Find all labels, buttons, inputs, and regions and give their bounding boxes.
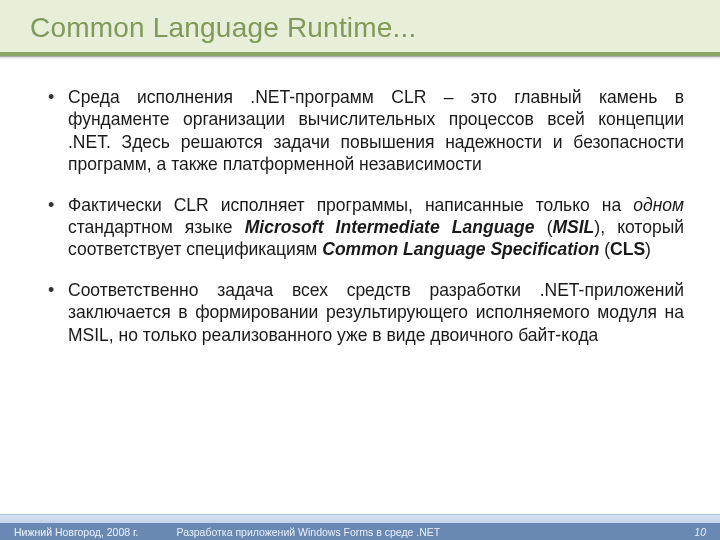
italic-text: одном	[633, 195, 684, 215]
bullet-text: Фактически CLR исполняет программы, напи…	[68, 195, 633, 215]
bullet-list: Среда исполнения .NET-программ CLR – это…	[48, 86, 684, 346]
bullet-text: Среда исполнения .NET-программ CLR – это…	[68, 87, 684, 174]
bold-italic-text: Common Language Specification	[322, 239, 599, 259]
bold-italic-text: MSIL	[553, 217, 595, 237]
bullet-text: (	[535, 217, 553, 237]
slide-content: Среда исполнения .NET-программ CLR – это…	[0, 58, 720, 346]
slide-title: Common Language Runtime...	[30, 12, 720, 44]
bullet-text: стандартном языке	[68, 217, 245, 237]
slide-footer: Нижний Новгород, 2008 г. Разработка прил…	[0, 514, 720, 540]
title-band: Common Language Runtime...	[0, 0, 720, 52]
footer-gradient	[0, 514, 720, 523]
list-item: Соответственно задача всех средств разра…	[48, 279, 684, 346]
list-item: Фактически CLR исполняет программы, напи…	[48, 194, 684, 261]
bullet-text: )	[645, 239, 651, 259]
footer-bar: Нижний Новгород, 2008 г. Разработка прил…	[0, 523, 720, 540]
bold-text: CLS	[610, 239, 645, 259]
footer-center-text: Разработка приложений Windows Forms в ср…	[177, 526, 695, 538]
bullet-text: Соответственно задача всех средств разра…	[68, 280, 684, 345]
bold-italic-text: Microsoft Intermediate Language	[245, 217, 535, 237]
footer-left-text: Нижний Новгород, 2008 г.	[14, 526, 139, 538]
title-divider	[0, 52, 720, 56]
bullet-text: (	[599, 239, 610, 259]
page-number: 10	[694, 526, 706, 538]
list-item: Среда исполнения .NET-программ CLR – это…	[48, 86, 684, 176]
